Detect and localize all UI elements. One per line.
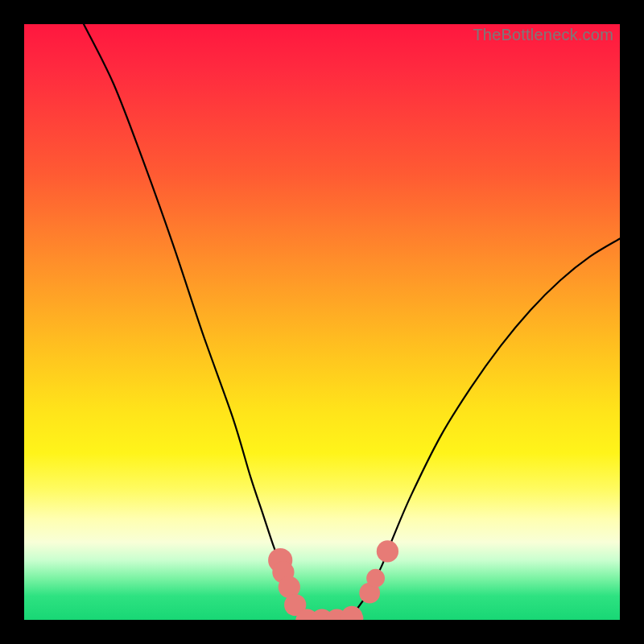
bottleneck-curve xyxy=(84,24,620,620)
watermark-text: TheBottleneck.com xyxy=(473,26,613,44)
chart-frame: TheBottleneck.com xyxy=(0,0,644,644)
curve-layer xyxy=(24,24,620,620)
right-cluster-3 xyxy=(377,540,398,562)
left-cluster-4 xyxy=(284,594,306,616)
plot-area: TheBottleneck.com xyxy=(24,24,620,620)
trough-3 xyxy=(326,609,348,620)
trough-4 xyxy=(341,606,362,620)
trough-rail xyxy=(301,618,357,620)
left-cluster-1 xyxy=(268,548,292,572)
marker-group xyxy=(268,540,398,620)
left-cluster-2 xyxy=(272,561,294,583)
trough-2 xyxy=(311,609,332,620)
left-cluster-3 xyxy=(279,576,300,598)
right-cluster-1 xyxy=(359,583,380,604)
right-cluster-2 xyxy=(366,569,385,588)
trough-rail-line xyxy=(301,618,357,620)
trough-1 xyxy=(296,609,318,620)
